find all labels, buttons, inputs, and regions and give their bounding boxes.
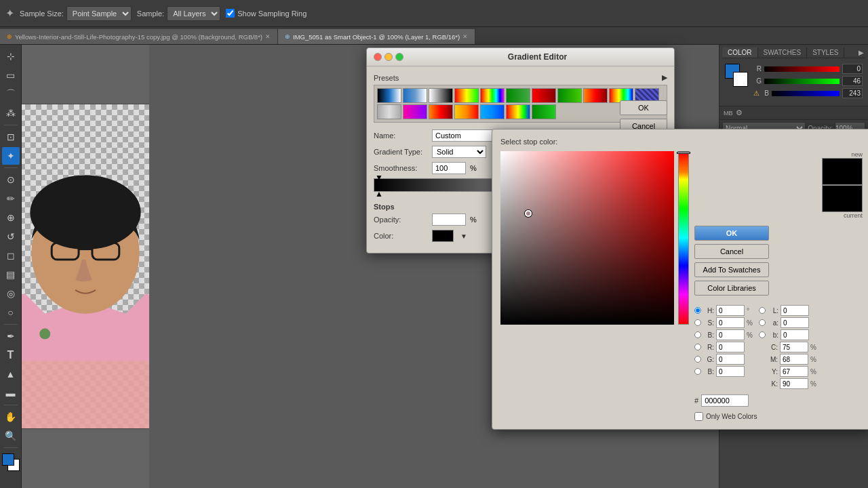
- b-input[interactable]: 0: [716, 329, 745, 340]
- magic-wand-tool[interactable]: ⁂: [2, 104, 20, 122]
- hand-tool[interactable]: ✋: [2, 408, 20, 426]
- picker-ok-btn[interactable]: OK: [694, 226, 769, 241]
- preset-15[interactable]: [454, 104, 479, 119]
- color-swatch-area[interactable]: [725, 64, 749, 88]
- lasso-tool[interactable]: ⌒: [2, 85, 20, 103]
- preset-18[interactable]: [532, 104, 556, 119]
- eraser-tool[interactable]: ◻: [2, 247, 20, 264]
- gradient-name-input[interactable]: Custom: [432, 129, 500, 142]
- color-tab[interactable]: COLOR: [722, 47, 758, 58]
- marquee-tool[interactable]: ▭: [2, 66, 20, 84]
- show-sampling-ring-label[interactable]: Show Sampling Ring: [226, 9, 307, 18]
- y-input[interactable]: 67: [780, 366, 808, 377]
- settings-icon[interactable]: ⚙: [736, 108, 743, 117]
- m-input[interactable]: 68: [780, 354, 808, 365]
- h-radio[interactable]: [694, 307, 701, 314]
- show-sampling-ring-checkbox[interactable]: [226, 9, 235, 18]
- preset-12[interactable]: [377, 104, 401, 119]
- bg-color-chip[interactable]: [733, 72, 748, 87]
- preset-7[interactable]: [532, 88, 556, 103]
- clone-stamp-tool[interactable]: ⊕: [2, 209, 20, 226]
- foreground-color-swatch[interactable]: [2, 453, 14, 466]
- b-rgb-radio[interactable]: [694, 368, 701, 375]
- b-lab-radio[interactable]: [759, 331, 766, 338]
- preset-9[interactable]: [583, 88, 608, 103]
- k-input[interactable]: 90: [780, 378, 808, 389]
- minimize-btn[interactable]: [384, 53, 393, 61]
- preset-3[interactable]: [429, 88, 453, 103]
- panel-menu-icon[interactable]: ▶: [859, 49, 864, 56]
- move-tool[interactable]: ⊹: [2, 47, 20, 65]
- sample-select[interactable]: All Layers: [167, 6, 220, 21]
- h-input[interactable]: 0: [716, 305, 745, 316]
- eyedropper-tool active[interactable]: ✦: [2, 147, 20, 165]
- tab-close-1[interactable]: ✕: [265, 33, 271, 40]
- gradient-ok-btn[interactable]: OK: [620, 100, 667, 115]
- path-select-tool[interactable]: ▲: [2, 365, 20, 383]
- brush-tool[interactable]: ✏: [2, 190, 20, 207]
- pen-tool[interactable]: ✒: [2, 327, 20, 345]
- hex-input[interactable]: 000000: [701, 394, 749, 407]
- preset-13[interactable]: [403, 104, 427, 119]
- swatches-tab[interactable]: SWATCHES: [758, 47, 808, 58]
- tab-img5051[interactable]: ⊕ IMG_5051 as Smart Object-1 @ 100% (Lay…: [278, 29, 475, 44]
- gradient-tool[interactable]: ▤: [2, 266, 20, 283]
- r-value-input[interactable]: 0: [842, 64, 863, 74]
- opacity-stop-input[interactable]: [432, 214, 466, 226]
- preset-16[interactable]: [480, 104, 505, 119]
- shape-tool[interactable]: ▬: [2, 384, 20, 402]
- b-rgb-input[interactable]: 0: [716, 366, 745, 377]
- hue-slider[interactable]: [678, 151, 689, 325]
- g-value-input[interactable]: 46: [842, 76, 863, 86]
- zoom-tool[interactable]: 🔍: [2, 427, 20, 445]
- tab-yellows[interactable]: ⊕ Yellows-Interior-and-Still-Life-Photog…: [0, 29, 278, 44]
- gradient-type-select[interactable]: Solid: [432, 146, 486, 158]
- sl-picker[interactable]: [500, 151, 674, 325]
- color-stop-swatch[interactable]: [432, 230, 454, 242]
- color-swatches[interactable]: [2, 453, 20, 471]
- preset-6[interactable]: [506, 88, 530, 103]
- preset-14[interactable]: [429, 104, 453, 119]
- maximize-btn[interactable]: [395, 53, 403, 61]
- dodge-tool[interactable]: ○: [2, 304, 20, 321]
- l-input[interactable]: 0: [781, 305, 809, 316]
- color-libraries-btn[interactable]: Color Libraries: [694, 281, 769, 296]
- r-rgb-input[interactable]: 0: [716, 342, 745, 352]
- g-rgb-input[interactable]: 0: [716, 354, 745, 365]
- a-input[interactable]: 0: [781, 317, 809, 328]
- type-tool[interactable]: T: [2, 346, 20, 364]
- add-to-swatches-btn[interactable]: Add To Swatches: [694, 262, 769, 277]
- a-radio[interactable]: [759, 319, 766, 326]
- b-radio[interactable]: [694, 331, 701, 338]
- smoothness-input[interactable]: 100: [432, 162, 466, 174]
- color-stop-arrow[interactable]: ▼: [460, 232, 467, 240]
- preset-8[interactable]: [557, 88, 582, 103]
- l-radio[interactable]: [759, 307, 766, 314]
- r-rgb-radio[interactable]: [694, 344, 701, 350]
- sample-size-select[interactable]: Point Sample: [66, 6, 132, 21]
- b-slider[interactable]: [772, 91, 840, 96]
- history-brush-tool[interactable]: ↺: [2, 228, 20, 245]
- presets-arrow[interactable]: ▶: [662, 73, 667, 82]
- g-rgb-radio[interactable]: [694, 356, 701, 363]
- s-radio[interactable]: [694, 319, 701, 326]
- preset-2[interactable]: [403, 88, 427, 103]
- tab-close-2[interactable]: ✕: [462, 33, 468, 40]
- b-lab-input[interactable]: 0: [781, 329, 809, 340]
- c-input[interactable]: 75: [780, 342, 808, 352]
- crop-tool[interactable]: ⊡: [2, 128, 20, 146]
- s-input[interactable]: 0: [716, 317, 745, 328]
- heal-tool[interactable]: ⊙: [2, 171, 20, 188]
- g-slider[interactable]: [764, 79, 840, 84]
- preset-17[interactable]: [506, 104, 530, 119]
- preset-5[interactable]: [480, 88, 505, 103]
- preset-1[interactable]: [377, 88, 401, 103]
- r-slider[interactable]: [764, 66, 840, 72]
- preset-4[interactable]: [454, 88, 479, 103]
- styles-tab[interactable]: STYLES: [807, 47, 844, 58]
- close-btn[interactable]: [374, 53, 382, 61]
- blur-tool[interactable]: ◎: [2, 285, 20, 302]
- picker-cancel-btn[interactable]: Cancel: [694, 244, 769, 259]
- b-value-input[interactable]: 243: [842, 88, 863, 98]
- only-web-colors-checkbox[interactable]: [694, 412, 703, 421]
